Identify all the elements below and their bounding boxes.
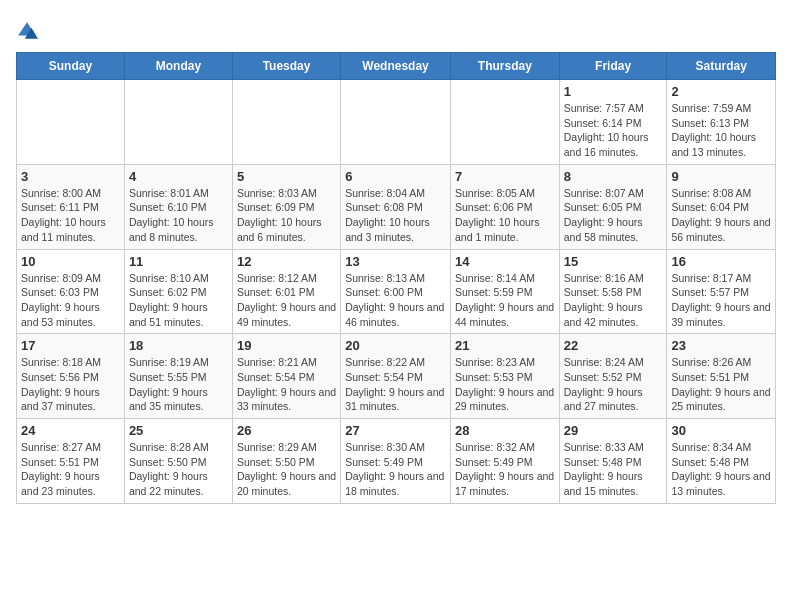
calendar-cell (450, 80, 559, 165)
day-info: Sunrise: 8:10 AM Sunset: 6:02 PM Dayligh… (129, 271, 228, 330)
day-info: Sunrise: 8:17 AM Sunset: 5:57 PM Dayligh… (671, 271, 771, 330)
day-number: 5 (237, 169, 336, 184)
calendar-cell: 19Sunrise: 8:21 AM Sunset: 5:54 PM Dayli… (232, 334, 340, 419)
calendar-cell: 18Sunrise: 8:19 AM Sunset: 5:55 PM Dayli… (124, 334, 232, 419)
day-info: Sunrise: 8:30 AM Sunset: 5:49 PM Dayligh… (345, 440, 446, 499)
calendar-cell: 6Sunrise: 8:04 AM Sunset: 6:08 PM Daylig… (341, 164, 451, 249)
weekday-header-thursday: Thursday (450, 53, 559, 80)
calendar-cell: 28Sunrise: 8:32 AM Sunset: 5:49 PM Dayli… (450, 419, 559, 504)
day-info: Sunrise: 8:04 AM Sunset: 6:08 PM Dayligh… (345, 186, 446, 245)
calendar-cell: 3Sunrise: 8:00 AM Sunset: 6:11 PM Daylig… (17, 164, 125, 249)
calendar-cell (124, 80, 232, 165)
day-number: 27 (345, 423, 446, 438)
day-info: Sunrise: 8:09 AM Sunset: 6:03 PM Dayligh… (21, 271, 120, 330)
calendar-week-row: 17Sunrise: 8:18 AM Sunset: 5:56 PM Dayli… (17, 334, 776, 419)
calendar-week-row: 1Sunrise: 7:57 AM Sunset: 6:14 PM Daylig… (17, 80, 776, 165)
calendar-cell: 11Sunrise: 8:10 AM Sunset: 6:02 PM Dayli… (124, 249, 232, 334)
calendar-cell: 26Sunrise: 8:29 AM Sunset: 5:50 PM Dayli… (232, 419, 340, 504)
weekday-header-monday: Monday (124, 53, 232, 80)
calendar-week-row: 24Sunrise: 8:27 AM Sunset: 5:51 PM Dayli… (17, 419, 776, 504)
day-number: 3 (21, 169, 120, 184)
day-info: Sunrise: 8:21 AM Sunset: 5:54 PM Dayligh… (237, 355, 336, 414)
day-info: Sunrise: 8:29 AM Sunset: 5:50 PM Dayligh… (237, 440, 336, 499)
day-info: Sunrise: 8:22 AM Sunset: 5:54 PM Dayligh… (345, 355, 446, 414)
weekday-header-friday: Friday (559, 53, 667, 80)
calendar-cell (341, 80, 451, 165)
day-number: 28 (455, 423, 555, 438)
day-info: Sunrise: 8:24 AM Sunset: 5:52 PM Dayligh… (564, 355, 663, 414)
calendar-week-row: 3Sunrise: 8:00 AM Sunset: 6:11 PM Daylig… (17, 164, 776, 249)
calendar-cell: 29Sunrise: 8:33 AM Sunset: 5:48 PM Dayli… (559, 419, 667, 504)
day-number: 16 (671, 254, 771, 269)
day-info: Sunrise: 7:59 AM Sunset: 6:13 PM Dayligh… (671, 101, 771, 160)
weekday-header-row: SundayMondayTuesdayWednesdayThursdayFrid… (17, 53, 776, 80)
calendar-cell (17, 80, 125, 165)
day-info: Sunrise: 8:03 AM Sunset: 6:09 PM Dayligh… (237, 186, 336, 245)
day-number: 24 (21, 423, 120, 438)
calendar-cell: 20Sunrise: 8:22 AM Sunset: 5:54 PM Dayli… (341, 334, 451, 419)
logo-icon (16, 20, 38, 42)
day-info: Sunrise: 8:32 AM Sunset: 5:49 PM Dayligh… (455, 440, 555, 499)
day-info: Sunrise: 8:07 AM Sunset: 6:05 PM Dayligh… (564, 186, 663, 245)
day-info: Sunrise: 8:28 AM Sunset: 5:50 PM Dayligh… (129, 440, 228, 499)
day-number: 12 (237, 254, 336, 269)
day-info: Sunrise: 8:05 AM Sunset: 6:06 PM Dayligh… (455, 186, 555, 245)
weekday-header-tuesday: Tuesday (232, 53, 340, 80)
calendar-cell: 22Sunrise: 8:24 AM Sunset: 5:52 PM Dayli… (559, 334, 667, 419)
day-number: 7 (455, 169, 555, 184)
calendar-cell: 12Sunrise: 8:12 AM Sunset: 6:01 PM Dayli… (232, 249, 340, 334)
day-number: 19 (237, 338, 336, 353)
day-info: Sunrise: 8:23 AM Sunset: 5:53 PM Dayligh… (455, 355, 555, 414)
weekday-header-wednesday: Wednesday (341, 53, 451, 80)
calendar-cell: 13Sunrise: 8:13 AM Sunset: 6:00 PM Dayli… (341, 249, 451, 334)
day-info: Sunrise: 8:00 AM Sunset: 6:11 PM Dayligh… (21, 186, 120, 245)
day-number: 30 (671, 423, 771, 438)
calendar-cell: 9Sunrise: 8:08 AM Sunset: 6:04 PM Daylig… (667, 164, 776, 249)
day-number: 1 (564, 84, 663, 99)
calendar-cell: 5Sunrise: 8:03 AM Sunset: 6:09 PM Daylig… (232, 164, 340, 249)
calendar-cell: 7Sunrise: 8:05 AM Sunset: 6:06 PM Daylig… (450, 164, 559, 249)
calendar-cell: 21Sunrise: 8:23 AM Sunset: 5:53 PM Dayli… (450, 334, 559, 419)
day-number: 9 (671, 169, 771, 184)
day-number: 29 (564, 423, 663, 438)
calendar-week-row: 10Sunrise: 8:09 AM Sunset: 6:03 PM Dayli… (17, 249, 776, 334)
day-number: 21 (455, 338, 555, 353)
calendar-cell: 15Sunrise: 8:16 AM Sunset: 5:58 PM Dayli… (559, 249, 667, 334)
calendar-cell: 25Sunrise: 8:28 AM Sunset: 5:50 PM Dayli… (124, 419, 232, 504)
calendar-cell: 8Sunrise: 8:07 AM Sunset: 6:05 PM Daylig… (559, 164, 667, 249)
day-info: Sunrise: 8:33 AM Sunset: 5:48 PM Dayligh… (564, 440, 663, 499)
day-number: 17 (21, 338, 120, 353)
calendar-cell: 23Sunrise: 8:26 AM Sunset: 5:51 PM Dayli… (667, 334, 776, 419)
day-info: Sunrise: 8:14 AM Sunset: 5:59 PM Dayligh… (455, 271, 555, 330)
day-number: 13 (345, 254, 446, 269)
page-header (16, 16, 776, 42)
day-info: Sunrise: 8:01 AM Sunset: 6:10 PM Dayligh… (129, 186, 228, 245)
day-info: Sunrise: 8:08 AM Sunset: 6:04 PM Dayligh… (671, 186, 771, 245)
day-info: Sunrise: 8:12 AM Sunset: 6:01 PM Dayligh… (237, 271, 336, 330)
calendar-cell (232, 80, 340, 165)
calendar-cell: 1Sunrise: 7:57 AM Sunset: 6:14 PM Daylig… (559, 80, 667, 165)
day-info: Sunrise: 8:16 AM Sunset: 5:58 PM Dayligh… (564, 271, 663, 330)
day-number: 18 (129, 338, 228, 353)
calendar-cell: 30Sunrise: 8:34 AM Sunset: 5:48 PM Dayli… (667, 419, 776, 504)
day-number: 8 (564, 169, 663, 184)
day-info: Sunrise: 8:19 AM Sunset: 5:55 PM Dayligh… (129, 355, 228, 414)
day-info: Sunrise: 8:34 AM Sunset: 5:48 PM Dayligh… (671, 440, 771, 499)
calendar-cell: 10Sunrise: 8:09 AM Sunset: 6:03 PM Dayli… (17, 249, 125, 334)
calendar-cell: 14Sunrise: 8:14 AM Sunset: 5:59 PM Dayli… (450, 249, 559, 334)
weekday-header-saturday: Saturday (667, 53, 776, 80)
weekday-header-sunday: Sunday (17, 53, 125, 80)
calendar-cell: 16Sunrise: 8:17 AM Sunset: 5:57 PM Dayli… (667, 249, 776, 334)
day-info: Sunrise: 8:13 AM Sunset: 6:00 PM Dayligh… (345, 271, 446, 330)
calendar-table: SundayMondayTuesdayWednesdayThursdayFrid… (16, 52, 776, 504)
day-number: 2 (671, 84, 771, 99)
day-number: 6 (345, 169, 446, 184)
day-number: 14 (455, 254, 555, 269)
calendar-cell: 4Sunrise: 8:01 AM Sunset: 6:10 PM Daylig… (124, 164, 232, 249)
day-info: Sunrise: 8:26 AM Sunset: 5:51 PM Dayligh… (671, 355, 771, 414)
day-number: 20 (345, 338, 446, 353)
day-number: 25 (129, 423, 228, 438)
day-info: Sunrise: 8:27 AM Sunset: 5:51 PM Dayligh… (21, 440, 120, 499)
day-info: Sunrise: 8:18 AM Sunset: 5:56 PM Dayligh… (21, 355, 120, 414)
day-number: 22 (564, 338, 663, 353)
